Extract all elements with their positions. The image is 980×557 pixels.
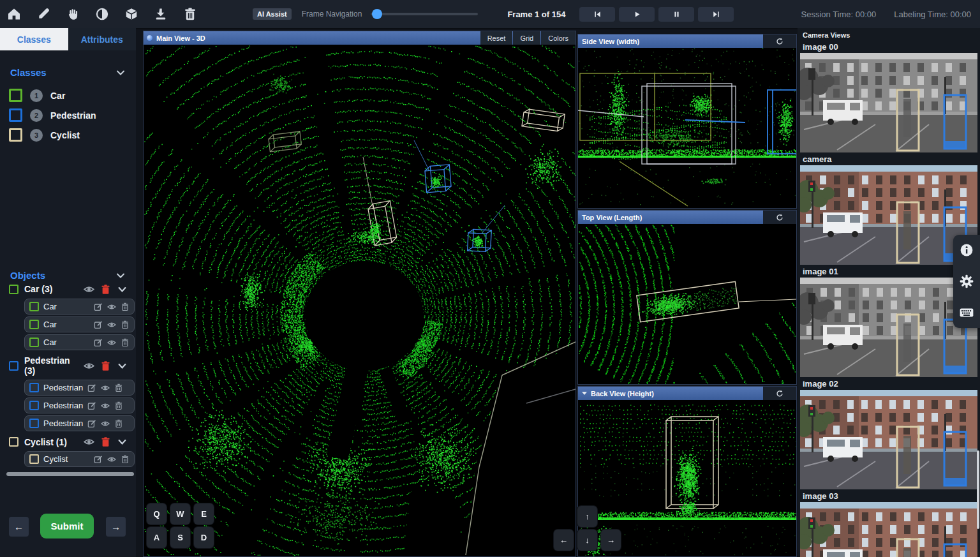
colors-button[interactable]: Colors <box>541 31 575 45</box>
arrow-up-key[interactable]: ↑ <box>577 506 597 527</box>
camera-thumb-image-03[interactable] <box>800 502 977 557</box>
rotate-view-button[interactable] <box>763 211 796 224</box>
object-group-pedestrian[interactable]: Pedestrian (3) <box>0 352 136 378</box>
chevron-down-icon[interactable] <box>117 436 128 447</box>
edit-pencil-icon[interactable] <box>36 6 51 22</box>
main-3d-canvas[interactable] <box>144 45 575 556</box>
trash-icon[interactable] <box>182 6 198 22</box>
last-frame-button[interactable] <box>698 7 734 22</box>
visibility-eye-icon[interactable] <box>107 320 116 329</box>
collapse-triangle-icon[interactable] <box>582 392 587 395</box>
delete-trash-icon[interactable] <box>114 383 123 392</box>
tab-attributes[interactable]: Attributes <box>68 28 137 50</box>
hotkey-w[interactable]: W <box>170 503 190 524</box>
visibility-eye-icon[interactable] <box>101 419 110 428</box>
camera-scrollbar[interactable] <box>977 450 979 529</box>
edit-icon[interactable] <box>87 401 96 410</box>
top-toolbar: AI Assist Frame Navigation Frame 1 of 15… <box>0 0 980 29</box>
class-item-car[interactable]: 1 Car <box>0 85 136 105</box>
info-icon[interactable] <box>959 242 974 258</box>
delete-trash-icon[interactable] <box>121 338 130 347</box>
hotkey-a[interactable]: A <box>147 527 167 548</box>
object-group-car[interactable]: Car (3) <box>0 281 136 297</box>
visibility-eye-icon[interactable] <box>84 284 94 295</box>
object-item-car[interactable]: Car <box>24 316 135 332</box>
objects-section-header[interactable]: Objects <box>0 270 136 281</box>
object-label: Pedestrian <box>43 383 83 392</box>
delete-trash-icon[interactable] <box>114 401 123 410</box>
edit-icon[interactable] <box>94 320 103 329</box>
edit-icon[interactable] <box>87 419 96 428</box>
home-icon[interactable] <box>6 6 22 22</box>
visibility-eye-icon[interactable] <box>107 455 116 464</box>
frame-slider-thumb[interactable] <box>372 9 382 19</box>
chevron-down-icon[interactable] <box>117 360 128 371</box>
chevron-down-icon[interactable] <box>117 284 128 295</box>
hotkey-s[interactable]: S <box>170 527 190 548</box>
edit-icon[interactable] <box>94 455 103 464</box>
hotkey-d[interactable]: D <box>194 527 214 548</box>
visibility-eye-icon[interactable] <box>107 302 116 311</box>
edit-icon[interactable] <box>94 338 103 347</box>
camera-thumb-image-01[interactable] <box>800 278 977 377</box>
first-frame-button[interactable] <box>579 7 615 22</box>
camera-views-title: Camera Views <box>798 28 980 40</box>
class-item-pedestrian[interactable]: 2 Pedestrian <box>0 105 136 125</box>
pause-button[interactable] <box>658 7 694 22</box>
edit-icon[interactable] <box>94 302 103 311</box>
next-button[interactable]: → <box>106 517 126 537</box>
delete-trash-icon[interactable] <box>121 320 130 329</box>
arrow-right-key[interactable]: → <box>601 530 621 551</box>
side-view-canvas[interactable] <box>578 48 796 208</box>
submit-button[interactable]: Submit <box>40 514 94 538</box>
classes-section-header[interactable]: Classes <box>0 67 136 78</box>
delete-trash-icon[interactable] <box>121 455 130 464</box>
object-item-pedestrian[interactable]: Pedestrian <box>24 397 135 413</box>
tab-classes[interactable]: Classes <box>0 28 68 50</box>
top-view-canvas[interactable] <box>578 224 796 384</box>
visibility-eye-icon[interactable] <box>107 338 116 347</box>
camera-thumb-camera[interactable] <box>800 165 977 265</box>
prev-button[interactable]: ← <box>9 517 29 537</box>
object-group-cyclist[interactable]: Cyclist (1) <box>0 433 136 449</box>
keyboard-shortcuts-icon[interactable] <box>959 305 974 320</box>
rotate-view-button[interactable] <box>763 34 796 48</box>
delete-trash-icon[interactable] <box>100 360 111 371</box>
arrow-left-key[interactable]: ← <box>554 530 574 551</box>
contrast-icon[interactable] <box>94 6 110 22</box>
edit-icon[interactable] <box>87 383 96 392</box>
download-icon[interactable] <box>153 6 168 22</box>
delete-trash-icon[interactable] <box>121 302 130 311</box>
object-item-car[interactable]: Car <box>24 299 135 315</box>
camera-thumb-image-02[interactable] <box>800 390 977 489</box>
object-item-pedestrian[interactable]: Pedestrian <box>24 380 135 396</box>
class-item-cyclist[interactable]: 3 Cyclist <box>0 125 136 145</box>
horizontal-scrollbar[interactable] <box>6 472 134 476</box>
chevron-down-icon[interactable] <box>115 271 126 281</box>
settings-gear-icon[interactable] <box>959 274 974 289</box>
frame-slider[interactable] <box>371 13 478 15</box>
object-item-car[interactable]: Car <box>24 334 135 350</box>
grid-button[interactable]: Grid <box>513 31 540 45</box>
visibility-eye-icon[interactable] <box>84 360 94 371</box>
camera-thumb-image-00[interactable] <box>800 53 977 152</box>
delete-trash-icon[interactable] <box>100 284 111 295</box>
object-item-pedestrian[interactable]: Pedestrian <box>24 415 135 431</box>
chevron-down-icon[interactable] <box>115 68 126 78</box>
hotkey-e[interactable]: E <box>194 503 214 524</box>
delete-trash-icon[interactable] <box>114 419 123 428</box>
rotate-view-button[interactable] <box>763 387 796 400</box>
hotkey-q[interactable]: Q <box>147 503 167 524</box>
visibility-eye-icon[interactable] <box>101 383 110 392</box>
delete-trash-icon[interactable] <box>100 436 111 447</box>
visibility-eye-icon[interactable] <box>101 401 110 410</box>
visibility-eye-icon[interactable] <box>84 436 94 447</box>
object-item-cyclist[interactable]: Cyclist <box>24 451 135 467</box>
ai-assist-button[interactable]: AI Assist <box>253 8 292 20</box>
pan-hand-icon[interactable] <box>65 6 80 22</box>
cuboid-3d-icon[interactable] <box>124 6 139 22</box>
reset-button[interactable]: Reset <box>480 31 513 45</box>
play-button[interactable] <box>619 7 655 22</box>
arrow-down-key[interactable]: ↓ <box>577 530 597 551</box>
floating-tool-rail <box>953 235 980 328</box>
